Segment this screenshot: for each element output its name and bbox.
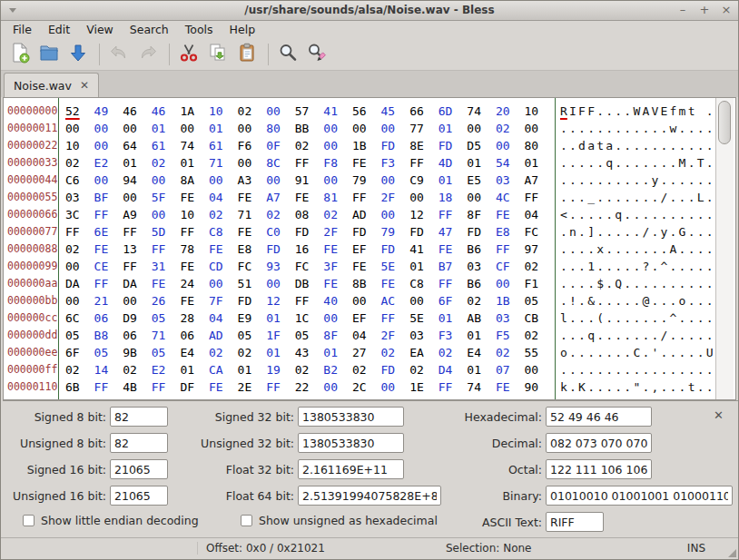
hex-byte[interactable]: 78 bbox=[180, 241, 209, 258]
ascii-char[interactable]: t bbox=[688, 378, 697, 396]
ascii-char[interactable]: A bbox=[670, 241, 679, 258]
ascii-char[interactable]: T bbox=[697, 154, 706, 172]
hex-byte[interactable]: 04 bbox=[209, 189, 238, 206]
ascii-char[interactable]: $ bbox=[596, 275, 606, 292]
hex-byte[interactable]: 00 bbox=[209, 172, 238, 189]
hex-byte[interactable]: 01 bbox=[467, 327, 496, 344]
ascii-char[interactable]: . bbox=[642, 241, 651, 258]
hex-byte[interactable]: AB bbox=[467, 309, 496, 327]
ascii-char[interactable]: U bbox=[706, 344, 715, 361]
ascii-char[interactable]: . bbox=[624, 241, 633, 258]
hex-byte[interactable]: 8E bbox=[409, 137, 438, 154]
ascii-char[interactable]: . bbox=[661, 344, 670, 361]
hex-byte[interactable]: FF bbox=[409, 154, 438, 172]
hex-byte[interactable]: 91 bbox=[295, 172, 324, 189]
hex-byte[interactable]: E8 bbox=[238, 241, 267, 258]
hex-byte[interactable]: 00 bbox=[409, 292, 438, 309]
ascii-char[interactable]: . bbox=[651, 137, 660, 154]
hex-byte[interactable]: FF bbox=[94, 206, 123, 223]
hex-byte[interactable]: 02 bbox=[381, 344, 410, 361]
ascii-char[interactable]: . bbox=[633, 275, 642, 292]
ascii-char[interactable]: . bbox=[670, 223, 679, 241]
hex-byte[interactable]: 81 bbox=[323, 189, 352, 206]
hex-byte[interactable]: 79 bbox=[352, 172, 381, 189]
ascii-char[interactable]: . bbox=[606, 344, 615, 361]
ascii-char[interactable]: . bbox=[679, 309, 688, 327]
ascii-char[interactable]: . bbox=[697, 292, 706, 309]
ascii-char[interactable]: . bbox=[642, 275, 651, 292]
ascii-char[interactable]: . bbox=[578, 327, 587, 344]
ascii-char[interactable]: . bbox=[670, 258, 679, 275]
ascii-char[interactable]: . bbox=[670, 327, 679, 344]
ascii-char[interactable]: . bbox=[615, 120, 624, 137]
hex-byte[interactable]: 00 bbox=[65, 120, 94, 137]
hex-byte[interactable]: 10 bbox=[65, 137, 94, 154]
hex-byte[interactable]: 2F bbox=[381, 327, 410, 344]
hex-byte[interactable]: 02 bbox=[65, 361, 94, 378]
ascii-char[interactable] bbox=[697, 103, 706, 120]
hex-byte[interactable]: 55 bbox=[525, 344, 554, 361]
ascii-char[interactable]: . bbox=[651, 258, 660, 275]
hex-byte[interactable]: FE bbox=[438, 241, 468, 258]
signed-8-bit-field[interactable] bbox=[110, 407, 168, 427]
hex-byte[interactable]: 19 bbox=[266, 361, 295, 378]
hex-byte[interactable]: FF bbox=[438, 378, 468, 396]
ascii-char[interactable]: . bbox=[596, 327, 606, 344]
ascii-char[interactable]: . bbox=[679, 206, 688, 223]
ascii-char[interactable]: . bbox=[661, 275, 670, 292]
hex-byte[interactable]: 2E bbox=[238, 378, 267, 396]
hex-byte[interactable]: EF bbox=[352, 309, 381, 327]
hex-byte[interactable]: 00 bbox=[381, 120, 410, 137]
hex-byte[interactable]: 01 bbox=[467, 361, 496, 378]
ascii-char[interactable]: . bbox=[569, 344, 578, 361]
hex-byte[interactable]: FF bbox=[438, 206, 468, 223]
ascii-char[interactable]: . bbox=[697, 344, 706, 361]
hex-byte[interactable]: B6 bbox=[467, 241, 496, 258]
ascii-char[interactable]: " bbox=[633, 378, 642, 396]
hex-byte[interactable]: 14 bbox=[94, 361, 123, 378]
hex-byte[interactable]: FE bbox=[295, 189, 324, 206]
ascii-char[interactable]: . bbox=[578, 241, 587, 258]
hex-byte[interactable]: 51 bbox=[238, 275, 267, 292]
hex-byte[interactable]: 6C bbox=[65, 309, 94, 327]
hex-byte[interactable]: FC bbox=[525, 223, 554, 241]
hex-byte[interactable]: 66 bbox=[409, 103, 438, 120]
hex-byte[interactable]: FE bbox=[238, 223, 267, 241]
ascii-char[interactable]: . bbox=[615, 309, 624, 327]
ascii-char[interactable]: . bbox=[606, 120, 615, 137]
ascii-char[interactable]: n bbox=[569, 223, 578, 241]
hex-byte[interactable]: 41 bbox=[409, 241, 438, 258]
ascii-char[interactable]: . bbox=[624, 292, 633, 309]
hex-byte[interactable]: 2C bbox=[352, 378, 381, 396]
hex-byte[interactable]: 02 bbox=[65, 241, 94, 258]
ascii-char[interactable]: . bbox=[624, 275, 633, 292]
hex-byte[interactable]: 05 bbox=[94, 344, 123, 361]
ascii-char[interactable]: . bbox=[578, 361, 587, 378]
ascii-char[interactable]: . bbox=[560, 275, 569, 292]
ascii-char[interactable]: , bbox=[651, 378, 660, 396]
hex-byte[interactable]: 02 bbox=[123, 361, 152, 378]
hex-byte[interactable]: 05 bbox=[65, 327, 94, 344]
hex-byte[interactable]: 74 bbox=[467, 378, 496, 396]
hex-byte[interactable]: 01 bbox=[438, 172, 468, 189]
ascii-char[interactable]: . bbox=[688, 154, 697, 172]
hex-byte[interactable]: 61 bbox=[152, 137, 181, 154]
hex-byte[interactable]: 4D bbox=[438, 154, 468, 172]
hex-byte[interactable]: FE bbox=[94, 241, 123, 258]
ascii-char[interactable]: & bbox=[587, 292, 596, 309]
hex-byte[interactable]: FF bbox=[295, 292, 324, 309]
ascii-char[interactable]: ! bbox=[569, 292, 578, 309]
hex-byte[interactable]: BB bbox=[295, 120, 324, 137]
ascii-char[interactable]: . bbox=[606, 275, 615, 292]
hex-byte[interactable]: F8 bbox=[323, 154, 352, 172]
ascii-char[interactable]: ? bbox=[642, 258, 651, 275]
ascii-char[interactable]: . bbox=[587, 241, 596, 258]
hex-byte[interactable]: 03 bbox=[65, 189, 94, 206]
hex-byte[interactable]: 00 bbox=[238, 154, 267, 172]
ascii-char[interactable]: . bbox=[569, 378, 578, 396]
hex-byte[interactable]: 02 bbox=[496, 120, 525, 137]
hex-byte[interactable]: 08 bbox=[295, 206, 324, 223]
ascii-char[interactable]: . bbox=[587, 378, 596, 396]
scrollbar-thumb[interactable] bbox=[718, 101, 731, 144]
float-64-bit-field[interactable] bbox=[298, 486, 441, 506]
